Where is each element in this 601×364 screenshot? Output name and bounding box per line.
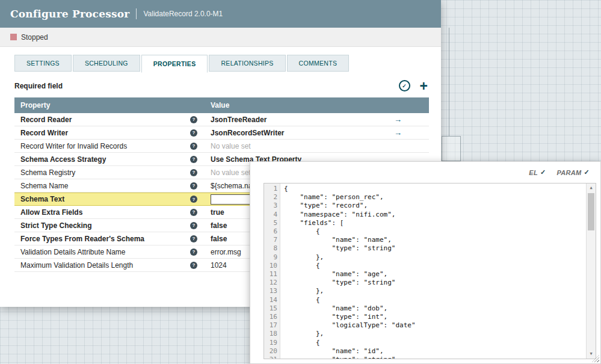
scrollbar-thumb[interactable] bbox=[588, 193, 594, 230]
stopped-icon bbox=[10, 34, 17, 40]
goto-service-icon[interactable]: → bbox=[387, 115, 402, 124]
code-line: { bbox=[284, 227, 586, 236]
verify-properties-icon[interactable]: ✓ bbox=[399, 80, 410, 91]
schema-text-content[interactable]: { "name": "person_rec", "type": "record"… bbox=[280, 184, 586, 359]
line-number: 3 bbox=[264, 202, 277, 210]
tab-settings[interactable]: SETTINGS bbox=[14, 55, 72, 72]
el-label: EL bbox=[529, 169, 538, 176]
code-line: "name": "id", bbox=[284, 347, 586, 356]
property-column-header: Property bbox=[14, 101, 205, 110]
editor-capabilities: EL ✓ PARAM ✓ bbox=[529, 168, 590, 176]
code-line: }, bbox=[284, 287, 586, 295]
line-number: 5 bbox=[264, 219, 277, 227]
help-icon[interactable]: ? bbox=[190, 248, 197, 256]
help-icon[interactable]: ? bbox=[190, 182, 197, 190]
table-row[interactable]: Record Writer for Invalid Records?No val… bbox=[14, 140, 429, 153]
property-name: Schema Access Strategy bbox=[20, 155, 106, 164]
help-icon[interactable]: ? bbox=[190, 143, 197, 150]
code-line: "logicalType": "date" bbox=[284, 321, 586, 330]
properties-toolbar: Required field ✓ + bbox=[14, 80, 428, 91]
tab-scheduling[interactable]: SCHEDULING bbox=[73, 55, 140, 72]
code-line: "name": "age", bbox=[284, 270, 586, 279]
code-line: "type": "int", bbox=[284, 313, 586, 321]
param-supported-indicator: PARAM ✓ bbox=[556, 168, 590, 176]
line-number: 18 bbox=[264, 330, 277, 338]
tab-properties[interactable]: PROPERTIES bbox=[141, 55, 208, 73]
help-icon[interactable]: ? bbox=[190, 169, 197, 176]
editor-scrollbar[interactable]: ▲ ▼ bbox=[586, 184, 596, 359]
line-number: 17 bbox=[264, 321, 277, 330]
param-check-icon: ✓ bbox=[584, 168, 590, 176]
property-name: Strict Type Checking bbox=[20, 221, 91, 230]
scroll-up-button[interactable]: ▲ bbox=[587, 184, 596, 193]
line-number: 13 bbox=[264, 287, 277, 295]
canvas-connection-label bbox=[442, 136, 461, 161]
property-name: Record Writer for Invalid Records bbox=[20, 142, 127, 150]
add-property-button[interactable]: + bbox=[420, 81, 428, 91]
line-number: 4 bbox=[264, 211, 277, 219]
code-line: "name": "name", bbox=[284, 236, 586, 244]
line-number: 1 bbox=[264, 185, 277, 193]
line-number-gutter: 123456789101112131415161718192021 bbox=[264, 184, 280, 359]
line-number: 19 bbox=[264, 339, 277, 347]
el-supported-indicator: EL ✓ bbox=[529, 168, 546, 176]
code-line: "name": "person_rec", bbox=[284, 193, 586, 202]
property-name: Validation Details Attribute Name bbox=[20, 248, 126, 256]
line-number: 14 bbox=[264, 296, 277, 304]
code-line: "namespace": "nifi.com", bbox=[284, 211, 586, 219]
code-line: "type": "record", bbox=[284, 202, 586, 210]
help-icon[interactable]: ? bbox=[190, 262, 197, 269]
help-icon[interactable]: ? bbox=[190, 129, 197, 137]
property-name: Record Reader bbox=[20, 116, 72, 124]
property-name: Schema Registry bbox=[20, 168, 75, 177]
help-icon[interactable]: ? bbox=[190, 116, 197, 123]
table-row[interactable]: Record Writer?JsonRecordSetWriter→ bbox=[14, 126, 429, 140]
table-row[interactable]: Record Reader?JsonTreeReader→ bbox=[14, 113, 429, 126]
property-value[interactable]: JsonRecordSetWriter bbox=[205, 129, 387, 137]
code-line: "fields": [ bbox=[284, 219, 586, 227]
help-icon[interactable]: ? bbox=[190, 196, 197, 203]
help-icon[interactable]: ? bbox=[190, 235, 197, 242]
help-icon[interactable]: ? bbox=[190, 222, 197, 229]
line-number: 6 bbox=[264, 227, 277, 236]
code-line: "name": "dob", bbox=[284, 304, 586, 313]
schema-text-code-editor: 123456789101112131415161718192021 { "nam… bbox=[264, 183, 596, 359]
code-line: "type": "string" bbox=[284, 244, 586, 253]
property-value[interactable]: JsonTreeReader bbox=[205, 116, 387, 124]
help-icon[interactable]: ? bbox=[190, 209, 197, 216]
line-number: 12 bbox=[264, 279, 277, 287]
goto-cell: → bbox=[387, 128, 429, 137]
property-value[interactable]: No value set bbox=[205, 142, 387, 150]
code-line: "type": "string" bbox=[284, 356, 586, 359]
code-line: { bbox=[284, 185, 586, 193]
scroll-down-button[interactable]: ▼ bbox=[587, 350, 596, 359]
status-bar: Stopped bbox=[0, 28, 441, 47]
required-field-label: Required field bbox=[14, 82, 63, 90]
processor-name-version: ValidateRecord 2.0.0-M1 bbox=[143, 10, 223, 18]
line-number: 10 bbox=[264, 262, 277, 270]
code-line: "type": "string" bbox=[284, 279, 586, 287]
tab-relationships[interactable]: RELATIONSHIPS bbox=[209, 55, 285, 72]
property-name: Schema Text bbox=[20, 195, 64, 203]
status-label: Stopped bbox=[21, 33, 48, 42]
tab-bar: SETTINGSSCHEDULINGPROPERTIESRELATIONSHIP… bbox=[14, 55, 441, 72]
help-icon[interactable]: ? bbox=[190, 156, 197, 163]
code-line: { bbox=[284, 296, 586, 304]
line-number: 11 bbox=[264, 270, 277, 279]
line-number: 8 bbox=[264, 244, 277, 253]
value-column-header: Value bbox=[205, 101, 387, 110]
goto-cell: → bbox=[387, 115, 429, 124]
goto-service-icon[interactable]: → bbox=[387, 128, 402, 137]
line-number: 2 bbox=[264, 193, 277, 202]
line-number: 20 bbox=[264, 347, 277, 356]
code-line: }, bbox=[284, 330, 586, 338]
schema-text-editor-popup: EL ✓ PARAM ✓ 123456789101112131415161718… bbox=[250, 161, 601, 364]
canvas-connection-line bbox=[449, 28, 449, 136]
property-name: Allow Extra Fields bbox=[20, 208, 82, 217]
param-label: PARAM bbox=[556, 169, 581, 176]
el-check-icon: ✓ bbox=[540, 168, 546, 176]
toolbar-actions: ✓ + bbox=[399, 80, 428, 91]
property-name: Record Writer bbox=[20, 129, 68, 137]
tab-comments[interactable]: COMMENTS bbox=[287, 55, 350, 72]
line-number: 7 bbox=[264, 236, 277, 244]
